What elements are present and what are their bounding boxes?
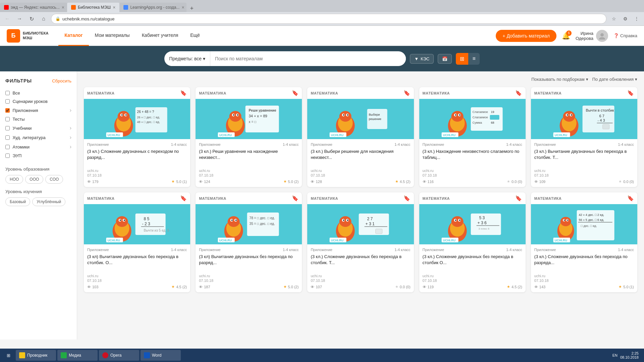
filter-item-atomiki[interactable]: Атомики › [5,142,71,152]
sort-by-date-button[interactable]: По дате обновления ▾ [592,77,637,82]
svg-text:78 = □ дес. □ ед.: 78 = □ дес. □ ед. [250,216,275,220]
filter-item-stsenarii[interactable]: Сценарии уроков [5,97,71,106]
tab-close-2[interactable]: × [113,5,115,10]
card-thumbnail-c9: 5 3 + 3 6 3 плюс 6 UCHI.RU [419,204,526,244]
bookmark-c2[interactable]: 🔖 [292,90,299,96]
card-stats-c6: 👁 103 ★ 4.5 (2) [87,285,187,289]
filter-checkbox-prilojeniya[interactable] [5,108,10,113]
card-date-c9: 07.10.18 [423,279,522,283]
star-icon-c2: ★ [283,179,287,184]
filter-item-uchebniki[interactable]: Учебники › [5,123,71,133]
filter-checkbox-atomiki[interactable] [5,144,10,149]
card-c3[interactable]: МАТЕМАТИКА 🔖 Выбери решение [307,87,414,187]
svg-point-19 [229,111,241,122]
card-c10[interactable]: МАТЕМАТИКА 🔖 42 = 4 дес. □ 2 ед. 56 = 5 … [531,192,637,292]
tag-uglubyoniy[interactable]: Углублённый [32,197,65,206]
bookmark-button[interactable]: ☆ [609,14,619,23]
grid-view-button[interactable]: ⊞ [456,53,468,65]
new-tab-button[interactable]: + [186,5,197,12]
tag-soo[interactable]: СОО [45,175,63,184]
chevron-date-icon: ▾ [635,77,637,82]
kes-filter-button[interactable]: ▼ КЭС [410,54,434,64]
views-count-c4: 116 [428,180,434,184]
filter-item-hud-lit[interactable]: Худ. литература › [5,133,71,142]
tab-close-3[interactable]: × [181,5,184,10]
menu-button[interactable]: ⋮ [632,14,641,23]
filter-checkbox-hud-lit[interactable] [5,135,10,140]
card-body-c5: Приложение 1-4 класс (3 кл.) Вычитание д… [531,139,637,187]
extensions-button[interactable]: ⚙ [621,14,630,23]
bookmark-c4[interactable]: 🔖 [515,90,522,96]
browser-tab-3[interactable]: LearningApps.org - созда... × [119,3,186,12]
bookmark-c8[interactable]: 🔖 [404,195,411,201]
card-c5[interactable]: МАТЕМАТИКА 🔖 Вычти в столбик 6 7 [531,87,637,187]
back-button[interactable]: ← [3,14,12,23]
bookmark-c6[interactable]: 🔖 [180,195,187,201]
filter-checkbox-stsenarii[interactable] [5,99,10,104]
bookmark-c9[interactable]: 🔖 [515,195,522,201]
card-title-c2: (3 кл.) Реши уравнение на нахождение неи… [199,148,299,166]
tag-noo[interactable]: НОО [5,175,23,184]
logo-line1: БИБЛИОТЕКА [23,31,48,36]
browser-chrome: эжд — Яндекс: нашлось... × Библиотека МЭ… [0,0,644,26]
svg-text:UCHI.RU: UCHI.RU [219,239,232,242]
filter-checkbox-eup[interactable] [5,153,10,158]
filter-item-vse[interactable]: Все [5,89,71,97]
tab-close-1[interactable]: × [62,5,64,10]
notification-button[interactable]: 🔔 6 [562,32,570,40]
view-toggle: ⊞ ≡ [456,53,479,65]
filter-item-eup[interactable]: ЭУП [5,152,71,160]
filter-checkbox-vse[interactable] [5,90,10,96]
sidebar: ФИЛЬТРЫ Сбросить Все Сценарии уроков При… [0,71,77,340]
forward-button[interactable]: → [15,14,24,23]
home-button[interactable]: ⌂ [39,14,48,23]
browser-tab-2[interactable]: Библиотека МЭШ × [67,3,119,12]
card-c2[interactable]: МАТЕМАТИКА 🔖 Реши уравнение 34 + x = 89 [196,87,302,187]
nav-item-kabinet[interactable]: Кабинет учителя [136,26,184,46]
bookmark-c5[interactable]: 🔖 [627,90,634,96]
card-c4[interactable]: МАТЕМАТИКА 🔖 Слагаемое 19 Слагаем [419,87,526,187]
card-source-c8: uchi.ru [311,274,410,278]
search-input[interactable] [210,56,406,61]
sort-by-podborki-button[interactable]: Показывать по подборкам ▾ [531,77,588,82]
filter-checkbox-uchebniki[interactable] [5,126,10,131]
card-c8[interactable]: МАТЕМАТИКА 🔖 2 7 + 3 1 [307,192,414,292]
filter-item-testy[interactable]: Тесты [5,115,71,123]
card-c6[interactable]: МАТЕМАТИКА 🔖 8 5 - 2 3 [84,192,190,292]
address-bar[interactable]: 🔒 uchebnik.mos.ru/catalogue [51,14,606,24]
tag-bazoviy[interactable]: Базовый [5,197,30,206]
search-filters: ▼ КЭС 📅 ⊞ ≡ [410,53,480,65]
browser-tab-1[interactable]: эжд — Яндекс: нашлось... × [0,3,67,12]
help-button[interactable]: ❓ Справка [613,33,637,38]
nav-item-katalog[interactable]: Каталог [58,26,89,46]
nav-item-eshche[interactable]: Ещё [184,26,206,46]
add-material-button[interactable]: + Добавить материал [496,30,556,42]
user-info[interactable]: Ирина Одерова [576,30,608,42]
calendar-filter-button[interactable]: 📅 [438,54,452,64]
card-c9[interactable]: МАТЕМАТИКА 🔖 5 3 + 3 6 [419,192,526,292]
svg-point-122 [451,216,463,227]
filter-item-prilojeniya[interactable]: Приложения › [5,106,71,115]
bookmark-c7[interactable]: 🔖 [292,195,299,201]
tab-label-1: эжд — Яндекс: нашлось... [11,5,60,10]
subject-selector[interactable]: Предметы: все ▾ [164,51,210,66]
card-views-c7: 👁 187 [199,285,210,289]
refresh-button[interactable]: ↻ [27,14,36,23]
svg-text:- 2  3: - 2 3 [142,222,150,226]
card-c1[interactable]: МАТЕМАТИКА 🔖 [84,87,190,187]
tag-ooo[interactable]: ООО [25,175,43,184]
filter-checkbox-testy[interactable] [5,117,10,122]
bookmark-c1[interactable]: 🔖 [180,90,187,96]
bookmark-c10[interactable]: 🔖 [627,195,634,201]
card-c7[interactable]: МАТЕМАТИКА 🔖 78 = □ дес. □ ед. 35 = □ де… [196,192,302,292]
list-view-button[interactable]: ≡ [468,53,479,65]
card-body-c4: Приложение 1-4 класс (3 кл.) Нахождение … [419,139,526,187]
views-count-c3: 128 [316,180,322,184]
search-container: Предметы: все ▾ [164,51,406,66]
tab-favicon-1 [4,5,9,10]
filter-label-atomiki: Атомики [12,144,30,149]
nav-item-moi[interactable]: Мои материалы [89,26,136,46]
header-actions: + Добавить материал 🔔 6 Ирина Одерова ❓ … [496,30,637,42]
reset-filters-link[interactable]: Сбросить [52,78,71,83]
bookmark-c3[interactable]: 🔖 [404,90,411,96]
